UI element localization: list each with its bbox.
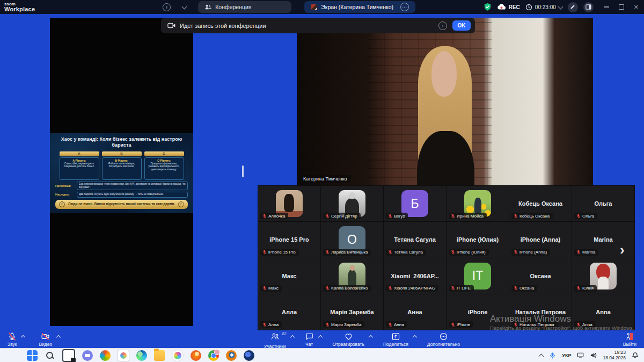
mic-muted-icon xyxy=(325,214,330,219)
participant-tile[interactable]: ОЛариса Витвицька xyxy=(321,222,383,257)
participant-tile[interactable]: ITIT LIFE xyxy=(447,258,509,294)
participant-label: Borys xyxy=(386,213,408,219)
notifications-bell-icon[interactable] xyxy=(632,352,639,359)
blender-icon[interactable] xyxy=(226,350,237,361)
slide-consequence-row: Наслідок: Два бариста готують один капуч… xyxy=(55,192,188,197)
participant-tile[interactable]: iPhoneiPhone xyxy=(447,294,509,330)
task-view-icon[interactable] xyxy=(62,349,75,362)
participant-tile[interactable]: Karina Bondarenko xyxy=(321,258,383,294)
tab-more-icon[interactable]: ⋯ xyxy=(400,3,409,11)
recording-camera-icon xyxy=(167,23,175,28)
taskbar-tray: УКР 19:23 18.04.2026 xyxy=(539,350,644,361)
annotate-button[interactable] xyxy=(568,2,578,12)
react-button[interactable]: Отреагировать xyxy=(333,332,364,347)
edge-browser-icon[interactable] xyxy=(136,350,147,361)
meeting-timer[interactable]: 00:23:00 xyxy=(525,4,562,11)
participant-tile[interactable]: Аллочка xyxy=(258,186,320,221)
participant-tile[interactable]: АллаАлла xyxy=(258,294,320,330)
shared-screen: Хаос у команді: Коли бізнес залежить від… xyxy=(50,18,193,326)
audio-options-chevron[interactable] xyxy=(21,335,25,339)
layout-button[interactable] xyxy=(583,2,594,12)
speaker-video[interactable]: Катерина Тимченко xyxy=(297,18,593,185)
mute-button[interactable]: Звук xyxy=(8,332,17,347)
participant-name: iPhone (Юлия) xyxy=(457,236,499,243)
chevron-down-icon[interactable] xyxy=(182,4,187,9)
info-icon[interactable]: i xyxy=(163,3,171,11)
photos-icon[interactable] xyxy=(118,350,129,361)
share-screen-button[interactable]: Поделиться xyxy=(383,332,408,347)
search-icon[interactable] xyxy=(45,350,55,361)
video-options-chevron[interactable] xyxy=(56,335,61,339)
row-label: Наслідок: xyxy=(55,192,75,197)
leave-button[interactable]: Выйти xyxy=(623,332,636,347)
mic-muted-icon xyxy=(8,332,17,341)
slide-footer-banner: ✓ Люди не винні. Винна відсутність вашої… xyxy=(55,200,188,209)
audio-control: Звук xyxy=(8,332,25,347)
participant-tile[interactable]: АннаАнна xyxy=(384,294,446,330)
volume-icon[interactable] xyxy=(590,352,597,359)
participant-tile[interactable]: Xiaomi 2406AP...Xiaomi 2406APNFAG xyxy=(384,258,446,294)
chat-label: Чат xyxy=(305,342,313,347)
start-video-button[interactable]: Видео xyxy=(39,332,52,347)
tray-mic-icon[interactable] xyxy=(549,352,556,359)
participant-tile[interactable]: Юлия xyxy=(572,258,634,294)
participant-tile[interactable]: Кобець ОксанаКобець Оксана xyxy=(509,186,572,221)
mic-muted-icon xyxy=(451,250,455,255)
participant-tile[interactable]: iPhone (Юлия)iPhone (Юлия) xyxy=(447,222,509,257)
chrome-icon[interactable] xyxy=(208,350,219,361)
file-explorer-icon[interactable] xyxy=(154,350,165,361)
participant-tile[interactable]: БBorys xyxy=(384,186,446,221)
participant-tile[interactable]: Марія ЗарембаМарія Заремба xyxy=(321,294,383,330)
react-chevron[interactable] xyxy=(369,335,373,339)
participant-tile[interactable]: iPhone 15 ProiPhone 15 Pro xyxy=(258,222,320,257)
copilot-icon[interactable] xyxy=(100,350,111,361)
row-text: Два бариста готують один капучино по-різ… xyxy=(77,192,188,197)
gallery-next-button[interactable]: › xyxy=(620,242,625,258)
participants-button[interactable]: 82 Участники xyxy=(264,332,286,349)
chat-button[interactable]: Чат xyxy=(305,332,314,347)
more-button[interactable]: Дополнительно xyxy=(427,332,460,347)
minimize-button[interactable] xyxy=(604,6,609,8)
video-label: Видео xyxy=(39,342,52,347)
maximize-button[interactable] xyxy=(619,4,624,10)
teams-chat-icon[interactable] xyxy=(82,350,93,361)
close-button[interactable]: ✕ xyxy=(634,4,639,11)
banner-ok-button[interactable]: OK xyxy=(452,20,471,31)
network-display-icon[interactable] xyxy=(577,352,584,359)
participant-tile[interactable]: iPhone (Anna)iPhone (Anna) xyxy=(509,222,572,257)
chat-chevron[interactable] xyxy=(318,335,322,339)
mic-muted-icon xyxy=(451,322,455,327)
participant-tile[interactable]: МаксМакс xyxy=(258,258,320,294)
speaker-name-tag: Катерина Тимченко xyxy=(299,175,351,183)
tab-conference[interactable]: Конференция xyxy=(198,1,291,13)
paint-app-icon[interactable] xyxy=(172,350,184,361)
taskbar-clock[interactable]: 19:23 18.04.2026 xyxy=(603,350,626,361)
participant-tile[interactable]: Ирина Мойса xyxy=(447,186,509,221)
participants-control: 82 Участники xyxy=(264,332,294,349)
participants-chevron[interactable] xyxy=(290,335,294,339)
panel-resize-handle[interactable] xyxy=(242,165,244,177)
participant-tile[interactable]: Наталья ПетроваНаталья Петрова xyxy=(509,294,572,330)
participant-tile[interactable]: AnnaAnna xyxy=(572,294,634,330)
timer-chevron-icon[interactable] xyxy=(558,4,563,9)
banner-info-icon[interactable]: i xyxy=(438,21,447,30)
security-shield-icon[interactable] xyxy=(484,3,492,11)
mic-muted-icon xyxy=(388,250,392,255)
tab-screen-share[interactable]: Экран (Катерина Тимченко) ⋯ xyxy=(304,1,415,13)
zoom-app-icon[interactable] xyxy=(244,350,254,361)
participant-tile[interactable]: Сергій Дігтяр xyxy=(321,186,383,221)
participant-name: iPhone 15 Pro xyxy=(269,236,309,243)
recording-indicator: REC xyxy=(497,4,520,10)
participant-name: Наталья Петрова xyxy=(515,309,566,315)
participant-tile[interactable]: ОксанаОксана xyxy=(509,258,572,294)
participant-tile[interactable]: MarinaMarina xyxy=(572,222,634,257)
participant-tile[interactable]: Тетяна СагулаТетяна Сагула xyxy=(384,222,446,257)
tray-expand-icon[interactable] xyxy=(539,353,544,359)
firefox-icon[interactable] xyxy=(191,350,201,361)
language-indicator[interactable]: УКР xyxy=(562,353,571,358)
share-chevron[interactable] xyxy=(413,335,417,339)
participant-tile[interactable]: ОльгаОльга xyxy=(572,186,634,221)
windows-start-icon[interactable] xyxy=(27,350,38,361)
column-desc: Працюють формально, уникають відповідаль… xyxy=(147,162,182,172)
slide-column-c: C C-Players: Працюють формально, уникают… xyxy=(144,151,184,180)
